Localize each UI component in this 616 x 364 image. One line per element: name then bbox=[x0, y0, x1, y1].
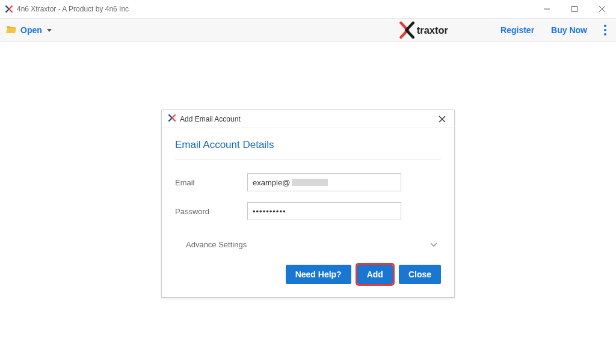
window-title: 4n6 Xtraxtor - A Product by 4n6 Inc bbox=[17, 5, 533, 13]
dialog-header: Add Email Account bbox=[162, 110, 454, 128]
advance-settings-label: Advance Settings bbox=[186, 240, 247, 249]
open-button[interactable]: Open bbox=[6, 25, 52, 36]
add-button[interactable]: Add bbox=[357, 265, 393, 284]
close-window-button[interactable] bbox=[588, 0, 616, 18]
redacted-text bbox=[292, 179, 328, 186]
advance-settings-toggle[interactable]: Advance Settings bbox=[175, 231, 441, 258]
buy-now-link[interactable]: Buy Now bbox=[551, 25, 587, 35]
svg-text:traxtor: traxtor bbox=[417, 25, 449, 35]
window-controls bbox=[533, 0, 616, 18]
email-row: Email bbox=[175, 173, 441, 191]
folder-open-icon bbox=[6, 25, 17, 36]
email-label: Email bbox=[175, 178, 247, 187]
dialog-body: Email Account Details Email Password Adv… bbox=[162, 128, 454, 297]
password-input[interactable] bbox=[247, 202, 401, 220]
add-email-account-dialog: Add Email Account Email Account Details … bbox=[161, 110, 455, 298]
password-row: Password bbox=[175, 202, 441, 220]
dropdown-caret-icon bbox=[47, 29, 52, 32]
section-title: Email Account Details bbox=[175, 139, 441, 160]
password-label: Password bbox=[175, 207, 247, 216]
app-icon bbox=[5, 5, 13, 13]
chevron-down-icon bbox=[430, 240, 437, 249]
toolbar: Open traxtor Register Buy Now bbox=[0, 18, 616, 42]
close-button[interactable]: Close bbox=[399, 265, 441, 284]
minimize-button[interactable] bbox=[533, 0, 561, 18]
more-menu-button[interactable] bbox=[600, 21, 610, 39]
app-icon bbox=[168, 114, 176, 124]
brand-logo: traxtor bbox=[396, 21, 480, 39]
dialog-close-button[interactable] bbox=[436, 113, 448, 125]
dialog-footer: Need Help? Add Close bbox=[175, 261, 441, 288]
svg-rect-1 bbox=[572, 7, 578, 12]
need-help-button[interactable]: Need Help? bbox=[286, 265, 351, 284]
dialog-title: Add Email Account bbox=[180, 115, 436, 123]
open-label: Open bbox=[20, 25, 42, 35]
maximize-button[interactable] bbox=[561, 0, 588, 18]
register-link[interactable]: Register bbox=[500, 25, 534, 35]
titlebar: 4n6 Xtraxtor - A Product by 4n6 Inc bbox=[0, 0, 616, 18]
